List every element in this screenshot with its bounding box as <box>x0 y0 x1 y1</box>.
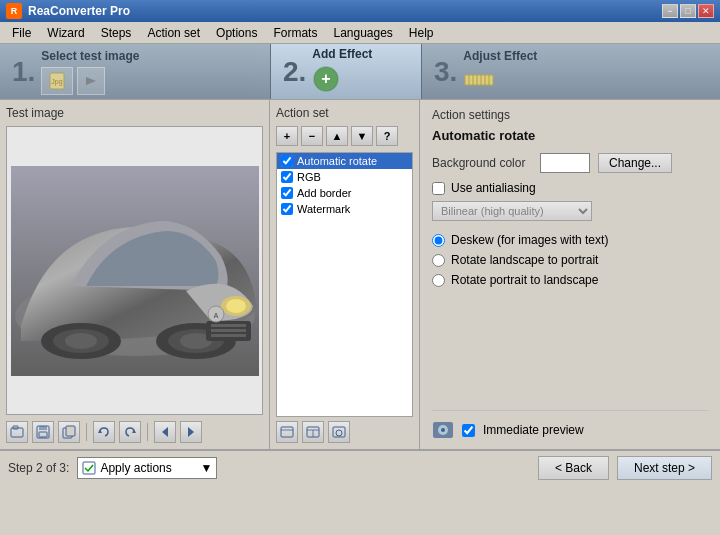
color-picker-box[interactable] <box>540 153 590 173</box>
menu-action-set[interactable]: Action set <box>139 24 208 42</box>
radio-group: Deskew (for images with text) Rotate lan… <box>432 233 708 287</box>
save-image-button[interactable] <box>32 421 54 443</box>
menu-formats[interactable]: Formats <box>265 24 325 42</box>
radio-row-0: Deskew (for images with text) <box>432 233 708 247</box>
action-toolbar: + − ▲ ▼ ? <box>276 126 413 146</box>
step3-panel[interactable]: 3. Adjust Effect <box>422 44 720 99</box>
next-image-button[interactable] <box>180 421 202 443</box>
open-image-button[interactable] <box>6 421 28 443</box>
action-settings-title: Action settings <box>432 108 708 122</box>
svg-marker-37 <box>162 427 168 437</box>
radio-label-2: Rotate portrait to landscape <box>451 273 598 287</box>
apply-actions-label: Apply actions <box>100 461 171 475</box>
settings-footer: Immediate preview <box>432 410 708 441</box>
action-checkbox-3[interactable] <box>281 203 293 215</box>
image-toolbar <box>6 421 263 443</box>
menu-steps[interactable]: Steps <box>93 24 140 42</box>
toolbar-sep2 <box>147 423 148 441</box>
apply-actions-dropdown[interactable]: Apply actions ▼ <box>77 457 217 479</box>
title-bar: R ReaConverter Pro − □ ✕ <box>0 0 720 22</box>
window-controls: − □ ✕ <box>662 4 714 18</box>
restore-button[interactable]: □ <box>680 4 696 18</box>
action-bottom-btn3[interactable] <box>328 421 350 443</box>
background-color-row: Background color Change... <box>432 153 708 173</box>
remove-action-button[interactable]: − <box>301 126 323 146</box>
step1-title: Select test image <box>41 49 139 63</box>
prev-image-button[interactable] <box>154 421 176 443</box>
svg-rect-31 <box>39 426 47 430</box>
svg-point-45 <box>336 430 342 436</box>
action-bottom-toolbar <box>276 421 413 443</box>
svg-rect-24 <box>211 329 246 332</box>
svg-rect-23 <box>211 324 246 327</box>
immediate-preview-checkbox[interactable] <box>462 424 475 437</box>
step1-icon1: Jpg <box>41 67 73 95</box>
next-step-button[interactable]: Next step > <box>617 456 712 480</box>
quality-dropdown-row: Bilinear (high quality) <box>432 201 708 221</box>
status-bar: Step 2 of 3: Apply actions ▼ < Back Next… <box>0 449 720 485</box>
action-checkbox-1[interactable] <box>281 171 293 183</box>
menu-wizard[interactable]: Wizard <box>39 24 92 42</box>
toolbar-sep1 <box>86 423 87 441</box>
test-image-title: Test image <box>6 106 263 120</box>
action-item-0[interactable]: Automatic rotate <box>277 153 412 169</box>
move-down-button[interactable]: ▼ <box>351 126 373 146</box>
antialiasing-checkbox[interactable] <box>432 182 445 195</box>
menu-options[interactable]: Options <box>208 24 265 42</box>
step3-number: 3. <box>434 56 457 88</box>
action-checkbox-0[interactable] <box>281 155 293 167</box>
change-color-button[interactable]: Change... <box>598 153 672 173</box>
radio-row-2: Rotate portrait to landscape <box>432 273 708 287</box>
help-button[interactable]: ? <box>376 126 398 146</box>
right-panel: Action settings Automatic rotate Backgro… <box>420 100 720 449</box>
dropdown-arrow-icon[interactable]: ▼ <box>201 461 213 475</box>
menu-file[interactable]: File <box>4 24 39 42</box>
antialiasing-label: Use antialiasing <box>451 181 536 195</box>
svg-rect-25 <box>211 334 246 337</box>
window-title: ReaConverter Pro <box>28 4 662 18</box>
redo-button[interactable] <box>119 421 141 443</box>
action-settings-subtitle: Automatic rotate <box>432 128 708 143</box>
svg-rect-32 <box>39 432 47 437</box>
close-button[interactable]: ✕ <box>698 4 714 18</box>
add-action-button[interactable]: + <box>276 126 298 146</box>
step2-panel[interactable]: 2. Add Effect + <box>271 44 421 99</box>
radio-deskew[interactable] <box>432 234 445 247</box>
step2-number: 2. <box>283 56 306 88</box>
step3-title: Adjust Effect <box>463 49 537 63</box>
radio-portrait-landscape[interactable] <box>432 274 445 287</box>
step1-panel[interactable]: 1. Select test image Jpg <box>0 44 270 99</box>
action-bottom-btn2[interactable] <box>302 421 324 443</box>
quality-dropdown[interactable]: Bilinear (high quality) <box>432 201 592 221</box>
left-panel: Test image <box>0 100 270 449</box>
add-effect-icon: + <box>312 65 340 93</box>
action-label-3: Watermark <box>297 203 350 215</box>
radio-row-1: Rotate landscape to portrait <box>432 253 708 267</box>
svg-rect-49 <box>83 462 95 474</box>
car-image: A <box>11 166 259 376</box>
copy-image-button[interactable] <box>58 421 80 443</box>
svg-rect-39 <box>281 427 293 437</box>
move-up-button[interactable]: ▲ <box>326 126 348 146</box>
minimize-button[interactable]: − <box>662 4 678 18</box>
steps-header: 1. Select test image Jpg 2. Add Effect + <box>0 44 720 99</box>
svg-point-48 <box>441 428 445 432</box>
action-bottom-btn1[interactable] <box>276 421 298 443</box>
menu-help[interactable]: Help <box>401 24 442 42</box>
image-container: A <box>6 126 263 415</box>
undo-button[interactable] <box>93 421 115 443</box>
action-item-2[interactable]: Add border <box>277 185 412 201</box>
action-set-title: Action set <box>276 106 413 120</box>
middle-panel: Action set + − ▲ ▼ ? Automatic rotate RG… <box>270 100 420 449</box>
back-button[interactable]: < Back <box>538 456 609 480</box>
action-checkbox-2[interactable] <box>281 187 293 199</box>
radio-landscape-portrait[interactable] <box>432 254 445 267</box>
action-item-3[interactable]: Watermark <box>277 201 412 217</box>
svg-point-18 <box>65 333 97 349</box>
svg-text:+: + <box>322 70 331 87</box>
svg-marker-2 <box>86 77 96 85</box>
immediate-preview-label: Immediate preview <box>483 423 584 437</box>
menu-languages[interactable]: Languages <box>325 24 400 42</box>
action-item-1[interactable]: RGB <box>277 169 412 185</box>
apply-icon <box>82 461 96 475</box>
